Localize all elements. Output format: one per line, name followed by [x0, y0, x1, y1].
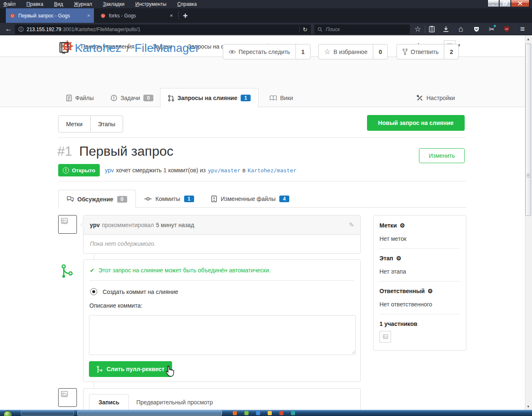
wiki-book-icon	[270, 95, 277, 101]
branch-from-link[interactable]: ypv/master	[208, 167, 240, 174]
fork-button[interactable]: Ответвить	[397, 44, 444, 59]
taskbar-icon[interactable]	[279, 411, 283, 415]
comment-author[interactable]: ypv	[90, 222, 100, 228]
resize-grip-icon[interactable]	[352, 350, 355, 354]
menu-edit[interactable]: Правка	[27, 1, 44, 7]
close-button[interactable]	[511, 0, 530, 7]
taskbar-app-button[interactable]	[21, 411, 74, 416]
timeline-connector	[94, 254, 94, 259]
branch-to-link[interactable]: Kartohez/master	[248, 167, 296, 174]
repo-tab-issues[interactable]: Задачи 0	[109, 88, 155, 107]
radio-label: Создать коммит на слияние	[103, 289, 178, 295]
extension-scissors-icon[interactable]: ✂	[487, 24, 496, 34]
assignee-empty-text: Нет ответственного	[379, 301, 460, 308]
forks-count[interactable]: 2	[444, 44, 458, 59]
taskbar-icon[interactable]	[291, 411, 295, 415]
issue-number: #1	[57, 144, 72, 159]
pocket-shield-icon	[473, 26, 480, 32]
home-icon[interactable]: ⌂	[456, 24, 466, 34]
file-icon	[66, 95, 72, 101]
repo-name-link[interactable]: FileManager	[135, 42, 200, 55]
repo-tab-files[interactable]: Файлы	[64, 88, 95, 107]
ublock-icon[interactable]: uO	[502, 24, 511, 34]
tab-separator	[178, 11, 179, 20]
stars-count[interactable]: 0	[373, 44, 387, 59]
menu-history[interactable]: Журнал	[74, 1, 92, 7]
tab-close-icon[interactable]: ×	[87, 12, 90, 19]
close-icon	[518, 1, 522, 5]
window-controls	[488, 0, 530, 7]
repo-tab-pull-requests[interactable]: Запросы на слияние 1	[160, 88, 259, 108]
repo-book-icon	[58, 42, 70, 54]
labels-button[interactable]: Метки	[59, 116, 90, 132]
comment-discussion-icon	[67, 196, 74, 202]
merge-commit-radio[interactable]	[90, 288, 97, 295]
merge-box: ✔ Этот запрос на слияние может быть объе…	[83, 259, 361, 382]
comment-time[interactable]: 5 минут назад	[156, 222, 194, 228]
downloads-icon[interactable]	[441, 24, 451, 34]
diff-file-icon	[211, 196, 217, 202]
tab-discussion[interactable]: Обсуждение 0	[58, 190, 136, 208]
comment-avatar[interactable]	[58, 215, 77, 234]
merge-pull-request-button[interactable]: Слить пулл-реквест	[89, 361, 172, 377]
repo-owner-link[interactable]: Kartohez	[75, 42, 121, 55]
restore-button[interactable]	[499, 0, 511, 7]
taskbar-icon[interactable]	[268, 411, 272, 415]
menu-tools[interactable]: Инструменты	[135, 1, 167, 7]
taskbar-active-app-button[interactable]	[77, 411, 222, 416]
menu-view[interactable]: Вид	[54, 1, 63, 7]
commit-message-textarea[interactable]	[89, 315, 356, 355]
url-bar[interactable]: 213.155.192.79:3001/Kartohez/FileManager…	[15, 24, 311, 34]
taskbar-icon[interactable]	[256, 411, 260, 415]
repo-tab-settings[interactable]: Настройки	[415, 88, 457, 107]
browser-tab-active[interactable]: Первый запрос - Gogs ×	[6, 8, 94, 23]
hamburger-menu-icon[interactable]: ≡	[518, 24, 527, 34]
participant-avatar[interactable]	[379, 331, 391, 343]
milestone-gear-icon[interactable]: ⚙	[396, 255, 401, 262]
repo-tab-wiki[interactable]: Вики	[268, 88, 295, 107]
new-pull-request-button[interactable]: Новый запрос на слияние	[367, 115, 465, 131]
new-comment-avatar[interactable]	[58, 388, 77, 407]
search-input[interactable]	[325, 26, 397, 33]
ublock-shield-icon: uO	[503, 26, 510, 32]
scrollbar-thumb[interactable]	[525, 44, 531, 216]
taskbar-icon[interactable]	[233, 411, 237, 415]
edit-issue-button[interactable]: Изменить	[419, 148, 465, 163]
pulls-badge: 1	[241, 95, 251, 101]
taskbar-icon[interactable]	[244, 411, 249, 415]
issue-sidebar: Метки ⚙ Нет меток Этап ⚙ Нет этапа Ответ…	[373, 215, 466, 351]
reading-list-icon[interactable]	[427, 24, 436, 34]
watchers-count[interactable]: 1	[296, 44, 310, 59]
back-button[interactable]: ←	[5, 25, 12, 33]
menu-bookmarks[interactable]: Закладки	[103, 1, 125, 7]
browser-tab-inactive[interactable]: forks - Gogs ×	[96, 8, 177, 23]
reload-icon[interactable]: ↻	[303, 26, 308, 33]
scroll-down-button[interactable]: ▼	[525, 403, 532, 410]
edit-comment-icon[interactable]: ✎	[349, 221, 354, 229]
site-info-icon[interactable]	[18, 27, 24, 32]
scroll-up-button[interactable]: ▲	[525, 36, 532, 42]
editor-tab-preview[interactable]: Предварительный просмотр	[129, 394, 220, 410]
menu-file[interactable]: Файл	[3, 1, 16, 7]
sidebar-divider	[379, 248, 460, 249]
merge-status-row: ✔ Этот запрос на слияние может быть объе…	[84, 260, 360, 274]
commit-icon	[144, 196, 152, 201]
tab-close-icon[interactable]: ×	[170, 12, 173, 19]
star-button[interactable]: ☆ В избранное	[319, 44, 373, 59]
menu-help[interactable]: Справка	[177, 1, 197, 7]
tab-changed-files[interactable]: Измененные файлы 4	[211, 190, 289, 208]
pocket-icon[interactable]	[472, 24, 481, 34]
labels-gear-icon[interactable]: ⚙	[400, 222, 405, 229]
author-link[interactable]: ypv	[105, 167, 114, 174]
tab-commits[interactable]: Коммиты 1	[144, 190, 194, 208]
comment-arrow	[81, 222, 84, 228]
assignee-gear-icon[interactable]: ⚙	[428, 288, 433, 294]
bookmark-star-icon[interactable]: ☆	[413, 24, 422, 34]
search-bar[interactable]	[314, 24, 410, 34]
unwatch-button[interactable]: Перестать следить	[223, 44, 296, 59]
editor-tab-write[interactable]: Запись	[89, 394, 129, 410]
minimize-button[interactable]	[488, 0, 499, 7]
minimize-icon	[491, 2, 495, 5]
new-tab-button[interactable]: +	[183, 11, 188, 21]
milestones-button[interactable]: Этапы	[90, 116, 123, 132]
